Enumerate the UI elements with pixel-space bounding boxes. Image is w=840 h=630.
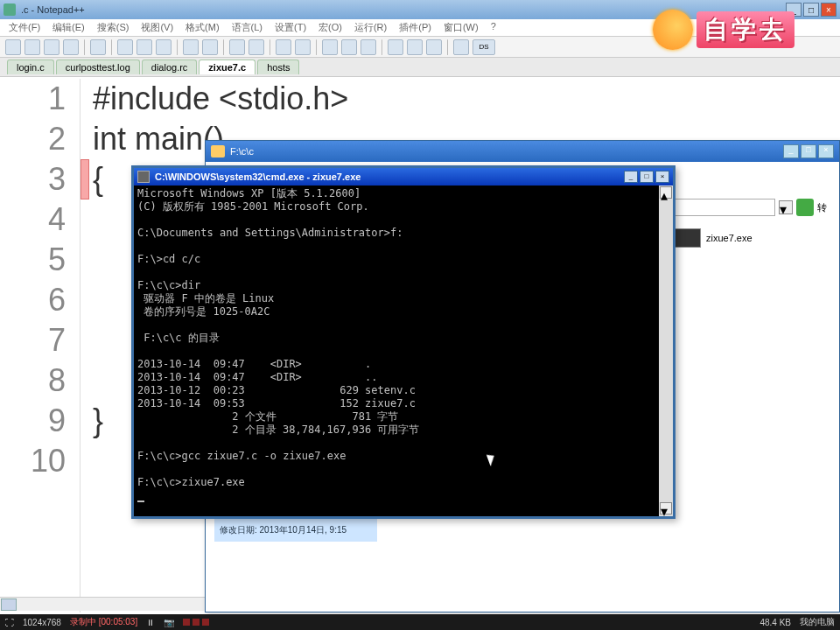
screen-capture-icon[interactable]: ⛶	[5, 618, 14, 627]
line-number-gutter: 12345678910	[0, 79, 80, 612]
recording-taskbar: ⛶ 1024x768 录制中 [00:05:03] ⏸ 📷 48.4 KB 我的…	[0, 614, 840, 630]
indent-guide-icon[interactable]	[360, 39, 376, 55]
recording-status: 录制中 [00:05:03]	[70, 616, 137, 628]
cut-icon[interactable]	[117, 39, 133, 55]
file-name: zixue7.exe	[706, 233, 752, 243]
cmd-output[interactable]: Microsoft Windows XP [版本 5.1.2600] (C) 版…	[134, 186, 659, 516]
file-info-panel: 修改日期: 2013年10月14日, 9:15	[214, 519, 377, 542]
menu-item[interactable]: 视图(V)	[141, 21, 173, 34]
logo-text: 自学去	[696, 11, 794, 48]
undo-icon[interactable]	[183, 39, 199, 55]
explorer-minimize[interactable]: _	[783, 144, 799, 158]
paste-icon[interactable]	[156, 39, 172, 55]
cmd-icon	[137, 171, 150, 183]
editor-tab[interactable]: curlposttest.log	[56, 60, 140, 74]
menu-item[interactable]: 文件(F)	[9, 21, 40, 34]
menu-item[interactable]: 运行(R)	[354, 21, 387, 34]
my-computer-label[interactable]: 我的电脑	[800, 616, 835, 628]
cmd-close[interactable]: ×	[655, 171, 669, 183]
menu-item[interactable]: 宏(O)	[318, 21, 342, 34]
scroll-down-button[interactable]: ▾	[660, 502, 672, 514]
menu-item[interactable]: 插件(P)	[399, 21, 431, 34]
scroll-thumb[interactable]	[1, 598, 17, 611]
explorer-maximize[interactable]: □	[801, 144, 816, 158]
cmd-title-text: C:\WINDOWS\system32\cmd.exe - zixue7.exe	[155, 172, 622, 182]
save-all-icon[interactable]	[63, 39, 79, 55]
cmd-maximize[interactable]: □	[640, 171, 654, 183]
file-list[interactable]: zixue7.exe	[673, 228, 830, 253]
open-file-icon[interactable]	[24, 39, 40, 55]
npp-icon	[4, 4, 16, 16]
zoom-out-icon[interactable]	[295, 39, 311, 55]
copy-icon[interactable]	[136, 39, 152, 55]
go-label: 转	[817, 201, 827, 214]
indicator-dots	[183, 619, 209, 626]
editor-tab[interactable]: zixue7.c	[199, 60, 256, 74]
show-all-chars-icon[interactable]	[341, 39, 357, 55]
resolution-label: 1024x768	[23, 618, 61, 627]
wordwrap-icon[interactable]	[322, 39, 338, 55]
menu-item[interactable]: 语言(L)	[232, 21, 262, 34]
macro-play-icon[interactable]	[426, 39, 442, 55]
redo-icon[interactable]	[202, 39, 218, 55]
cmd-window: C:\WINDOWS\system32\cmd.exe - zixue7.exe…	[131, 165, 676, 519]
watermark-logo: 自学去	[653, 4, 836, 56]
folder-icon	[211, 145, 225, 158]
file-item-exe[interactable]: zixue7.exe	[673, 228, 830, 248]
address-dropdown[interactable]: ▾	[779, 200, 793, 214]
info-date: 修改日期: 2013年10月14日, 9:15	[220, 524, 372, 536]
explorer-close[interactable]: ×	[818, 144, 834, 158]
editor-tab[interactable]: hosts	[257, 60, 299, 74]
new-file-icon[interactable]	[5, 39, 21, 55]
cmd-titlebar[interactable]: C:\WINDOWS\system32\cmd.exe - zixue7.exe…	[134, 168, 673, 186]
menu-item[interactable]: 格式(M)	[186, 21, 220, 34]
scroll-up-button[interactable]: ▴	[660, 186, 672, 199]
code-line[interactable]: #include <stdio.h>	[93, 79, 837, 119]
save-icon[interactable]	[44, 39, 60, 55]
editor-tab[interactable]: dialog.rc	[142, 60, 198, 74]
explorer-titlebar[interactable]: F:\c\c _ □ ×	[206, 141, 839, 162]
cmd-minimize[interactable]: _	[624, 171, 638, 183]
go-button[interactable]	[796, 199, 814, 216]
find-icon[interactable]	[229, 39, 245, 55]
plugin-icon[interactable]	[453, 39, 469, 55]
zoom-in-icon[interactable]	[276, 39, 291, 55]
menu-item[interactable]: 窗口(W)	[444, 21, 479, 34]
change-marker	[80, 159, 89, 200]
macro-stop-icon[interactable]	[407, 39, 423, 55]
npp-tabstrip: login.ccurlposttest.logdialog.rczixue7.c…	[0, 58, 840, 77]
menu-item[interactable]: 搜索(S)	[97, 21, 130, 34]
explorer-title: F:\c\c	[230, 146, 781, 157]
exe-icon	[673, 228, 701, 248]
cmd-scrollbar[interactable]: ▴ ▾	[659, 186, 673, 516]
editor-tab[interactable]: login.c	[7, 60, 54, 74]
print-icon[interactable]	[90, 39, 106, 55]
menu-item[interactable]: 设置(T)	[275, 21, 306, 34]
replace-icon[interactable]	[248, 39, 264, 55]
macro-record-icon[interactable]	[388, 39, 403, 55]
pause-icon[interactable]: ⏸	[146, 618, 155, 627]
filesize-label: 48.4 KB	[760, 618, 791, 627]
sun-icon	[653, 10, 693, 50]
menu-item[interactable]: 编辑(E)	[52, 21, 85, 34]
doc-switcher-icon[interactable]: DS	[472, 39, 495, 55]
menu-item[interactable]: ?	[491, 21, 496, 34]
camera-icon[interactable]: 📷	[164, 618, 174, 627]
